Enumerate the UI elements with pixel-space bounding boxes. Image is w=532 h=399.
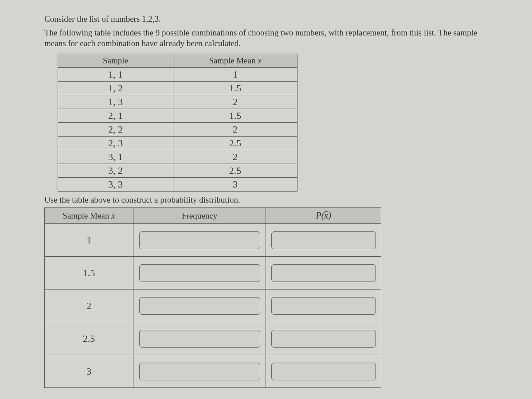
distribution-table: Sample Mean x Frequency P(x) 1 1.5 2 bbox=[44, 207, 381, 388]
dist-header-mean-prefix: Sample Mean bbox=[63, 211, 111, 220]
dist-freq-cell bbox=[133, 257, 266, 289]
frequency-input[interactable] bbox=[139, 363, 260, 380]
frequency-input[interactable] bbox=[139, 297, 260, 315]
dist-tbody: 1 1.5 2 2.5 3 bbox=[45, 224, 381, 388]
dist-mean-cell: 1 bbox=[45, 224, 133, 257]
dist-freq-cell bbox=[133, 322, 266, 355]
dist-mean-cell: 1.5 bbox=[45, 257, 133, 289]
table-row: 2, 22 bbox=[58, 123, 297, 137]
dist-mean-cell: 3 bbox=[45, 355, 133, 388]
table-row: 1, 32 bbox=[58, 95, 297, 109]
probability-input[interactable] bbox=[271, 264, 376, 282]
table-row: 3, 12 bbox=[58, 150, 297, 164]
dist-header-probability: P(x) bbox=[266, 208, 381, 224]
dist-prob-cell bbox=[266, 355, 381, 388]
xbar-symbol: x bbox=[324, 211, 328, 221]
xbar-symbol: x bbox=[258, 56, 261, 66]
header-mean-prefix: Sample Mean bbox=[209, 56, 258, 65]
table-row: 3 bbox=[45, 355, 381, 388]
samples-header-mean: Sample Mean x bbox=[173, 54, 297, 68]
table-row: 1.5 bbox=[45, 257, 381, 289]
dist-prob-cell bbox=[266, 257, 381, 289]
table-row: 2 bbox=[45, 289, 381, 322]
dist-header-frequency: Frequency bbox=[133, 208, 266, 224]
problem-page: Consider the list of numbers 1,2,3. The … bbox=[0, 0, 532, 388]
dist-mean-cell: 2.5 bbox=[45, 322, 133, 355]
instruction-2: Use the table above to construct a proba… bbox=[44, 195, 488, 205]
table-row: 2, 32.5 bbox=[58, 137, 297, 150]
p-symbol: P bbox=[316, 211, 321, 220]
probability-input[interactable] bbox=[271, 297, 376, 315]
dist-freq-cell bbox=[133, 355, 266, 388]
dist-prob-cell bbox=[266, 322, 381, 355]
probability-input[interactable] bbox=[271, 363, 376, 380]
table-row: 2, 11.5 bbox=[58, 109, 297, 123]
frequency-input[interactable] bbox=[139, 264, 260, 282]
table-row: 1, 11 bbox=[58, 68, 297, 82]
dist-prob-cell bbox=[266, 224, 381, 257]
samples-tbody: 1, 11 1, 21.5 1, 32 2, 11.5 2, 22 2, 32.… bbox=[58, 68, 297, 192]
dist-header-mean: Sample Mean x bbox=[45, 208, 133, 224]
dist-freq-cell bbox=[133, 289, 266, 322]
table-row: 3, 22.5 bbox=[58, 164, 297, 178]
intro-text-1: Consider the list of numbers 1,2,3. bbox=[44, 13, 488, 25]
intro-text-2: The following table includes the 9 possi… bbox=[44, 27, 488, 49]
table-row: 1, 21.5 bbox=[58, 82, 297, 95]
dist-freq-cell bbox=[133, 224, 266, 257]
samples-table: Sample Sample Mean x 1, 11 1, 21.5 1, 32… bbox=[58, 54, 297, 192]
dist-prob-cell bbox=[266, 289, 381, 322]
table-row: 2.5 bbox=[45, 322, 381, 355]
samples-header-sample: Sample bbox=[58, 54, 173, 68]
frequency-input[interactable] bbox=[139, 330, 260, 348]
dist-mean-cell: 2 bbox=[45, 289, 133, 322]
probability-input[interactable] bbox=[271, 231, 376, 249]
table-row: 3, 33 bbox=[58, 178, 297, 192]
probability-input[interactable] bbox=[271, 330, 376, 348]
frequency-input[interactable] bbox=[139, 231, 260, 249]
xbar-symbol: x bbox=[111, 211, 115, 221]
table-row: 1 bbox=[45, 224, 381, 257]
